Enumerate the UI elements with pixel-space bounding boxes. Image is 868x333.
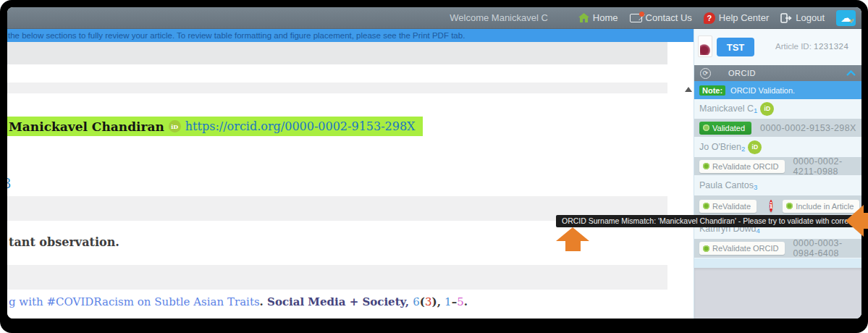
nav-help-center[interactable]: ? Help Center	[704, 12, 769, 24]
citation-journal: Social Media + Society,	[267, 295, 413, 308]
orcid-number: 0000-0002-4211-0988	[793, 156, 857, 177]
content-section-band	[7, 42, 667, 64]
nav-help-label: Help Center	[719, 12, 769, 23]
orcid-id-icon[interactable]: iD	[748, 140, 762, 154]
citation-page-start[interactable]: 1	[444, 295, 452, 308]
orcid-number: 0000-0003-0984-6408	[793, 238, 857, 258]
citation-page-end[interactable]: 5	[457, 295, 464, 308]
nav-contact-us[interactable]: Contact Us	[630, 12, 692, 23]
article-sentence-fragment: tant observation.	[9, 235, 119, 249]
validation-row-3: ReValidate i Include in Article	[694, 195, 861, 217]
nav-home[interactable]: Home	[578, 12, 618, 23]
citation-sep: –	[452, 295, 458, 308]
citation-sep: ,	[437, 295, 444, 308]
nav-logout[interactable]: Logout	[780, 12, 825, 23]
cloud-sync-button[interactable]: ☁ ✐	[836, 10, 856, 26]
content-section-band	[7, 265, 667, 290]
nav-logout-label: Logout	[796, 12, 825, 23]
citation-sep: .	[260, 295, 267, 308]
revalidate-label: ReValidate	[712, 202, 751, 211]
orcid-sidebar: TST Article ID: 1231324 ⟳ ORCID Note: OR…	[694, 29, 861, 319]
status-dot-icon	[703, 163, 709, 169]
orcid-mismatch-tooltip: ORCID Surname Mismatch: 'Manickavel Chan…	[556, 215, 859, 227]
orcid-number: 0000-0002-9153-298X	[760, 123, 856, 133]
refresh-icon: ⟳	[700, 68, 711, 79]
author-name: Paula Cantos3	[699, 180, 757, 191]
journal-code-badge[interactable]: TST	[717, 38, 754, 56]
author-name-text: Manickavel Chandiran	[9, 119, 164, 134]
revalidate-label: ReValidate ORCID	[712, 244, 779, 253]
status-dot-icon	[703, 203, 709, 209]
orcid-section-title: ORCID	[728, 69, 756, 77]
sidebar-article-header: TST Article ID: 1231324	[694, 29, 861, 65]
author-row-2: Jo O'Brien2 iD	[694, 138, 861, 157]
citation-sep: .	[464, 295, 468, 308]
revalidate-orcid-button[interactable]: ReValidate ORCID	[699, 160, 785, 173]
pencil-icon: ✐	[849, 19, 854, 25]
citation-volume[interactable]: 6	[413, 295, 420, 308]
error-info-icon[interactable]: i	[770, 200, 772, 212]
validation-row-1: Validated 0000-0002-9153-298X	[694, 119, 861, 138]
nav-contact-label: Contact Us	[646, 12, 692, 23]
orcid-section-header[interactable]: ⟳ ORCID	[694, 65, 861, 81]
content-section-band	[7, 83, 667, 93]
validated-label: Validated	[712, 124, 745, 132]
welcome-user-text: Welcome Manickavel C	[450, 12, 548, 23]
article-content-pane: the below sections to fully review your …	[7, 29, 694, 319]
sidebar-empty-area	[694, 258, 861, 268]
screenshot-frame: Welcome Manickavel C Home Contact Us ? H…	[0, 0, 868, 333]
citation-sep: (	[420, 295, 425, 308]
orcid-id-icon[interactable]: iD	[760, 102, 774, 116]
notification-dot	[639, 12, 644, 17]
article-id: Article ID: 1231324	[775, 42, 848, 51]
citation-line: g with #COVIDRacism on Subtle Asian Trai…	[9, 295, 468, 308]
revalidate-button[interactable]: ReValidate	[699, 200, 757, 213]
citation-issue[interactable]: 3	[425, 295, 432, 308]
author-index: 3	[754, 183, 757, 191]
author-index: 4	[757, 227, 760, 235]
envelope-icon	[630, 14, 642, 22]
orcid-note-row: Note: ORCID Validation.	[694, 81, 861, 99]
citation-title-link[interactable]: g with #COVIDRacism on Subtle Asian Trai…	[9, 295, 260, 308]
app-window: Welcome Manickavel C Home Contact Us ? H…	[7, 7, 861, 319]
revalidate-orcid-button[interactable]: ReValidate ORCID	[699, 242, 785, 255]
article-id-value: 1231324	[814, 42, 848, 51]
top-navigation-bar: Welcome Manickavel C Home Contact Us ? H…	[7, 7, 861, 29]
annotation-arrow-up-stem	[565, 241, 581, 251]
orcid-id-icon: iD	[169, 120, 181, 132]
orcid-profile-link[interactable]: https://orcid.org/0000-0002-9153-298X	[185, 119, 416, 133]
journal-cover-thumbnail	[698, 35, 712, 57]
status-dot-icon	[703, 245, 709, 252]
highlighted-author-line: Manickavel Chandiran iD https://orcid.or…	[7, 117, 423, 136]
logout-icon	[780, 13, 792, 23]
article-id-label: Article ID:	[775, 42, 812, 51]
annotation-arrow-left-icon	[846, 205, 864, 237]
status-dot-icon	[703, 125, 709, 131]
author-row-3: Paula Cantos3	[694, 176, 861, 195]
note-text: ORCID Validation.	[730, 86, 795, 95]
home-icon	[578, 13, 589, 22]
chevron-up-icon[interactable]	[846, 70, 856, 76]
status-dot-icon	[786, 203, 793, 209]
validation-row-2: ReValidate ORCID 0000-0002-4211-0988	[694, 157, 861, 176]
citation-sep: )	[432, 295, 437, 308]
validation-row-4: ReValidate ORCID 0000-0003-0984-6408	[694, 239, 861, 258]
note-badge: Note:	[699, 85, 725, 96]
author-index: 2	[741, 145, 745, 153]
annotation-arrow-left-stem	[864, 213, 868, 229]
author-name: Jo O'Brien2	[699, 142, 745, 153]
reference-number[interactable]: 3	[7, 176, 11, 191]
annotation-arrow-up-icon	[556, 227, 589, 241]
sidebar-lower-panel	[694, 268, 861, 319]
author-name: Manickavel C1	[699, 104, 757, 114]
nav-home-label: Home	[593, 12, 618, 23]
scrollbar-up-arrow[interactable]	[685, 87, 692, 92]
notification-banner: the below sections to fully review your …	[7, 29, 694, 42]
author-index: 1	[754, 106, 757, 114]
revalidate-label: ReValidate ORCID	[712, 162, 779, 171]
author-row-1: Manickavel C1 iD	[694, 99, 861, 119]
help-icon: ?	[704, 12, 715, 24]
validated-button[interactable]: Validated	[699, 122, 751, 135]
